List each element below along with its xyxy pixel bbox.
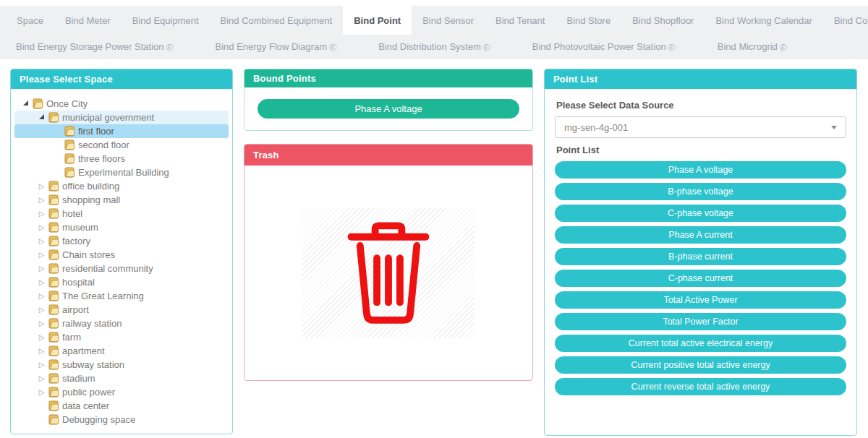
caret-collapsed-icon[interactable]: ▷ xyxy=(35,334,48,341)
caret-collapsed-icon[interactable]: ▷ xyxy=(35,389,48,396)
folder-icon xyxy=(48,194,59,205)
tab-bind-photovoltaic-power-station[interactable]: Bind Photovoltaic Power StationⒺ xyxy=(532,41,676,53)
point-list-title: Point List xyxy=(545,69,856,89)
caret-collapsed-icon[interactable]: ▷ xyxy=(35,265,48,272)
point-pill-phase-a-current[interactable]: Phase A current xyxy=(555,226,846,244)
caret-collapsed-icon[interactable]: ▷ xyxy=(35,320,48,327)
top-nav: SpaceBind MeterBind EquipmentBind Combin… xyxy=(0,6,868,59)
caret-expanded-icon[interactable] xyxy=(20,102,32,106)
point-pill-current-total-active-electrical-energy[interactable]: Current total active electrical energy xyxy=(555,335,846,352)
tab-bind-microgrid[interactable]: Bind MicrogridⒺ xyxy=(718,41,787,53)
tab-bind-tenant[interactable]: Bind Tenant xyxy=(485,6,556,35)
folder-icon xyxy=(48,414,59,425)
caret-expanded-icon[interactable] xyxy=(35,116,48,119)
tree-item-apartment[interactable]: ▷apartment xyxy=(14,344,229,358)
caret-collapsed-icon[interactable]: ▷ xyxy=(35,306,48,314)
point-pill-b-phase-current[interactable]: B-phase current xyxy=(555,248,846,265)
tab-label: Bind Distribution System xyxy=(378,41,481,52)
caret-collapsed-icon[interactable]: ▷ xyxy=(35,210,48,218)
caret-collapsed-icon[interactable]: ▷ xyxy=(35,361,48,369)
tree-item-stadium[interactable]: ▷stadium xyxy=(14,372,229,385)
tree-item-railway-station[interactable]: ▷railway station xyxy=(14,317,229,330)
tree-item-factory[interactable]: ▷factory xyxy=(14,234,229,248)
tab-bind-distribution-system[interactable]: Bind Distribution SystemⒺ xyxy=(378,41,490,53)
folder-icon xyxy=(48,304,59,315)
point-pill-current-positive-total-active-energy[interactable]: Current positive total active energy xyxy=(555,356,846,374)
caret-collapsed-icon[interactable]: ▷ xyxy=(35,293,48,300)
tab-label: Bind Sensor xyxy=(422,15,474,26)
tree-item-debugging-space[interactable]: Debugging space xyxy=(14,413,229,426)
tree-item-first-floor[interactable]: first floor xyxy=(14,124,229,138)
tree-item-experimental-building[interactable]: Experimental Building xyxy=(14,166,229,179)
tree-item-label: factory xyxy=(62,236,90,246)
tab-label: Bind Microgrid xyxy=(718,41,778,52)
tree-item-airport[interactable]: ▷airport xyxy=(14,303,229,317)
caret-collapsed-icon[interactable]: ▷ xyxy=(35,197,48,204)
point-list-label: Point List xyxy=(556,145,846,155)
tab-bind-working-calendar[interactable]: Bind Working Calendar xyxy=(705,6,822,35)
tab-bind-shopfloor[interactable]: Bind Shopfloor xyxy=(621,6,705,35)
tree-item-label: Once City xyxy=(46,98,88,109)
tab-bind-meter[interactable]: Bind Meter xyxy=(54,6,122,35)
tab-bind-combined-equipment[interactable]: Bind Combined Equipment xyxy=(210,6,344,35)
caret-collapsed-icon[interactable]: ▷ xyxy=(35,183,48,190)
caret-collapsed-icon[interactable]: ▷ xyxy=(35,252,48,259)
tab-bind-command[interactable]: Bind CommandⒺ xyxy=(823,6,868,35)
enterprise-badge-icon: Ⓔ xyxy=(483,43,490,51)
tree-item-farm[interactable]: ▷farm xyxy=(14,330,229,344)
tab-bind-equipment[interactable]: Bind Equipment xyxy=(122,6,210,35)
tree-item-label: The Great Learning xyxy=(62,291,144,301)
tree-item-once-city[interactable]: Once City xyxy=(14,97,229,111)
tree-item-label: farm xyxy=(62,332,81,343)
bound-point-pill-phase-a-voltage[interactable]: Phase A voltage xyxy=(258,99,519,119)
tree-item-chain-stores[interactable]: ▷Chain stores xyxy=(14,248,229,262)
tab-bind-energy-storage-power-station[interactable]: Bind Energy Storage Power StationⒺ xyxy=(16,41,174,53)
tree-item-label: second floor xyxy=(78,139,129,150)
tree-item-data-center[interactable]: data center xyxy=(14,399,229,413)
point-pill-phase-a-voltage[interactable]: Phase A voltage xyxy=(555,161,846,179)
point-pill-c-phase-current[interactable]: C-phase current xyxy=(555,270,846,287)
tree-item-label: hotel xyxy=(62,208,82,219)
point-pill-c-phase-voltage[interactable]: C-phase voltage xyxy=(555,205,846,222)
main-content: Please Select Space Once Citymunicipal g… xyxy=(0,59,868,436)
tree-item-hospital[interactable]: ▷hospital xyxy=(14,275,229,289)
point-pill-total-power-factor[interactable]: Total Power Factor xyxy=(555,313,846,330)
tree-item-the-great-learning[interactable]: ▷The Great Learning xyxy=(14,289,229,303)
point-pill-b-phase-voltage[interactable]: B-phase voltage xyxy=(555,183,846,200)
data-source-select[interactable]: mg-sen-4g-001 xyxy=(555,116,846,138)
tree-item-hotel[interactable]: ▷hotel xyxy=(14,207,229,220)
caret-collapsed-icon[interactable]: ▷ xyxy=(35,279,48,286)
tree-item-label: airport xyxy=(62,304,89,315)
tree-item-office-building[interactable]: ▷office building xyxy=(14,179,229,193)
tab-bind-energy-flow-diagram[interactable]: Bind Energy Flow DiagramⒺ xyxy=(216,41,337,53)
tree-item-museum[interactable]: ▷museum xyxy=(14,220,229,234)
trash-dropzone[interactable] xyxy=(244,166,532,380)
caret-collapsed-icon[interactable]: ▷ xyxy=(35,238,48,245)
caret-collapsed-icon[interactable]: ▷ xyxy=(35,348,48,355)
point-pill-total-active-power[interactable]: Total Active Power xyxy=(555,291,846,309)
caret-collapsed-icon[interactable]: ▷ xyxy=(35,375,48,382)
tree-item-subway-station[interactable]: ▷subway station xyxy=(14,358,229,372)
point-pill-current-reverse-total-active-energy[interactable]: Current reverse total active energy xyxy=(555,378,846,395)
tree-item-municipal-government[interactable]: municipal government xyxy=(14,111,229,124)
tab-label: Bind Combined Equipment xyxy=(221,15,333,26)
tree-item-label: municipal government xyxy=(62,112,154,123)
bound-points-panel: Bound Points Phase A voltage xyxy=(244,69,533,131)
nav-row-secondary: Bind Energy Storage Power StationⒺBind E… xyxy=(0,35,868,59)
tab-space[interactable]: Space xyxy=(6,6,54,35)
folder-icon xyxy=(48,332,59,343)
tab-label: Bind Meter xyxy=(65,15,111,26)
tree-item-label: subway station xyxy=(62,359,124,370)
caret-collapsed-icon[interactable]: ▷ xyxy=(35,224,48,231)
tree-item-shopping-mall[interactable]: ▷shopping mall xyxy=(14,193,229,207)
tree-item-residential-community[interactable]: ▷residential community xyxy=(14,262,229,275)
folder-icon xyxy=(48,208,59,219)
tree-item-second-floor[interactable]: second floor xyxy=(14,138,229,152)
tree-item-public-power[interactable]: ▷public power xyxy=(14,385,229,399)
data-source-selected-value: mg-sen-4g-001 xyxy=(564,122,628,133)
tab-bind-point[interactable]: Bind Point xyxy=(343,6,412,35)
tab-bind-sensor[interactable]: Bind Sensor xyxy=(412,6,485,35)
trash-icon-background xyxy=(302,208,475,338)
tree-item-three-floors[interactable]: three floors xyxy=(14,152,229,166)
tab-bind-store[interactable]: Bind Store xyxy=(556,6,621,35)
